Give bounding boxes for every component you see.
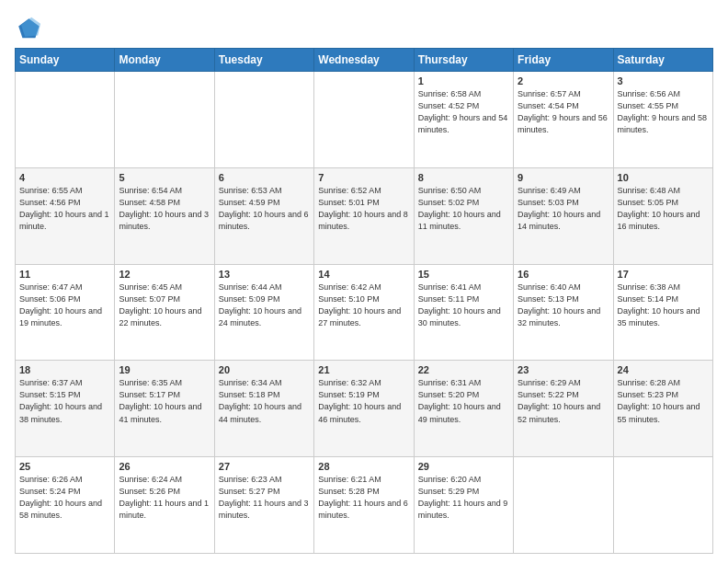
- day-info: Sunrise: 6:45 AM Sunset: 5:07 PM Dayligh…: [119, 282, 210, 329]
- calendar-cell: 10 Sunrise: 6:48 AM Sunset: 5:05 PM Dayl…: [613, 167, 712, 264]
- day-number: 11: [19, 269, 110, 280]
- day-number: 4: [19, 172, 110, 183]
- calendar-cell: 28 Sunrise: 6:21 AM Sunset: 5:28 PM Dayl…: [314, 457, 414, 554]
- calendar-week-5: 25 Sunrise: 6:26 AM Sunset: 5:24 PM Dayl…: [16, 457, 713, 554]
- calendar-cell: 29 Sunrise: 6:20 AM Sunset: 5:29 PM Dayl…: [414, 457, 513, 554]
- day-number: 13: [219, 269, 310, 280]
- calendar-cell: 19 Sunrise: 6:35 AM Sunset: 5:17 PM Dayl…: [115, 361, 214, 457]
- day-number: 5: [119, 172, 210, 183]
- calendar-cell: 8 Sunrise: 6:50 AM Sunset: 5:02 PM Dayli…: [414, 167, 513, 264]
- day-number: 26: [119, 461, 210, 472]
- day-number: 3: [618, 75, 709, 86]
- calendar-cell: [16, 72, 115, 168]
- header: [15, 15, 713, 40]
- day-number: 28: [318, 461, 409, 472]
- day-number: 10: [618, 172, 709, 183]
- day-number: 12: [119, 269, 210, 280]
- calendar-cell: 14 Sunrise: 6:42 AM Sunset: 5:10 PM Dayl…: [314, 264, 414, 361]
- calendar-week-3: 11 Sunrise: 6:47 AM Sunset: 5:06 PM Dayl…: [16, 264, 713, 361]
- calendar-body: 1 Sunrise: 6:58 AM Sunset: 4:52 PM Dayli…: [16, 72, 713, 554]
- day-info: Sunrise: 6:31 AM Sunset: 5:20 PM Dayligh…: [418, 377, 509, 425]
- weekday-header-saturday: Saturday: [613, 49, 712, 72]
- day-number: 1: [418, 75, 509, 86]
- day-info: Sunrise: 6:50 AM Sunset: 5:02 PM Dayligh…: [418, 185, 509, 233]
- day-info: Sunrise: 6:41 AM Sunset: 5:11 PM Dayligh…: [418, 282, 509, 329]
- day-info: Sunrise: 6:58 AM Sunset: 4:52 PM Dayligh…: [418, 88, 509, 136]
- calendar-cell: 26 Sunrise: 6:24 AM Sunset: 5:26 PM Dayl…: [115, 457, 214, 554]
- calendar-cell: 25 Sunrise: 6:26 AM Sunset: 5:24 PM Dayl…: [16, 457, 115, 554]
- day-info: Sunrise: 6:54 AM Sunset: 4:58 PM Dayligh…: [119, 185, 210, 233]
- day-number: 22: [418, 364, 509, 375]
- calendar-cell: [314, 72, 414, 168]
- day-number: 15: [418, 269, 509, 280]
- day-info: Sunrise: 6:29 AM Sunset: 5:22 PM Dayligh…: [518, 377, 609, 425]
- day-info: Sunrise: 6:28 AM Sunset: 5:23 PM Dayligh…: [618, 377, 709, 425]
- weekday-header-thursday: Thursday: [414, 49, 513, 72]
- calendar-header: SundayMondayTuesdayWednesdayThursdayFrid…: [16, 49, 713, 72]
- logo-icon: [15, 15, 40, 40]
- day-info: Sunrise: 6:52 AM Sunset: 5:01 PM Dayligh…: [318, 185, 409, 233]
- day-info: Sunrise: 6:35 AM Sunset: 5:17 PM Dayligh…: [119, 377, 210, 425]
- calendar-cell: [115, 72, 214, 168]
- calendar-cell: 2 Sunrise: 6:57 AM Sunset: 4:54 PM Dayli…: [514, 72, 613, 168]
- calendar-cell: 9 Sunrise: 6:49 AM Sunset: 5:03 PM Dayli…: [514, 167, 613, 264]
- calendar-cell: 13 Sunrise: 6:44 AM Sunset: 5:09 PM Dayl…: [214, 264, 313, 361]
- calendar-cell: 24 Sunrise: 6:28 AM Sunset: 5:23 PM Dayl…: [613, 361, 712, 457]
- day-number: 17: [618, 269, 709, 280]
- day-info: Sunrise: 6:57 AM Sunset: 4:54 PM Dayligh…: [518, 88, 609, 136]
- calendar-week-1: 1 Sunrise: 6:58 AM Sunset: 4:52 PM Dayli…: [16, 72, 713, 168]
- day-number: 7: [318, 172, 409, 183]
- day-info: Sunrise: 6:56 AM Sunset: 4:55 PM Dayligh…: [618, 88, 709, 136]
- calendar-cell: 11 Sunrise: 6:47 AM Sunset: 5:06 PM Dayl…: [16, 264, 115, 361]
- day-info: Sunrise: 6:40 AM Sunset: 5:13 PM Dayligh…: [518, 282, 609, 329]
- day-number: 24: [618, 364, 709, 375]
- day-info: Sunrise: 6:24 AM Sunset: 5:26 PM Dayligh…: [119, 474, 210, 522]
- logo: [15, 15, 44, 40]
- calendar-cell: 23 Sunrise: 6:29 AM Sunset: 5:22 PM Dayl…: [514, 361, 613, 457]
- calendar-cell: 22 Sunrise: 6:31 AM Sunset: 5:20 PM Dayl…: [414, 361, 513, 457]
- day-number: 9: [518, 172, 609, 183]
- day-info: Sunrise: 6:44 AM Sunset: 5:09 PM Dayligh…: [219, 282, 310, 329]
- weekday-header-friday: Friday: [514, 49, 613, 72]
- calendar-cell: 17 Sunrise: 6:38 AM Sunset: 5:14 PM Dayl…: [613, 264, 712, 361]
- day-info: Sunrise: 6:47 AM Sunset: 5:06 PM Dayligh…: [19, 282, 110, 329]
- day-info: Sunrise: 6:23 AM Sunset: 5:27 PM Dayligh…: [219, 474, 310, 522]
- day-number: 25: [19, 461, 110, 472]
- calendar-cell: 4 Sunrise: 6:55 AM Sunset: 4:56 PM Dayli…: [16, 167, 115, 264]
- day-number: 2: [518, 75, 609, 86]
- day-number: 20: [219, 364, 310, 375]
- calendar-cell: [613, 457, 712, 554]
- calendar-cell: 12 Sunrise: 6:45 AM Sunset: 5:07 PM Dayl…: [115, 264, 214, 361]
- svg-marker-1: [21, 17, 40, 37]
- day-info: Sunrise: 6:38 AM Sunset: 5:14 PM Dayligh…: [618, 282, 709, 329]
- calendar-cell: 27 Sunrise: 6:23 AM Sunset: 5:27 PM Dayl…: [214, 457, 313, 554]
- calendar-cell: 15 Sunrise: 6:41 AM Sunset: 5:11 PM Dayl…: [414, 264, 513, 361]
- calendar-table: SundayMondayTuesdayWednesdayThursdayFrid…: [15, 48, 713, 554]
- calendar-week-4: 18 Sunrise: 6:37 AM Sunset: 5:15 PM Dayl…: [16, 361, 713, 457]
- day-info: Sunrise: 6:20 AM Sunset: 5:29 PM Dayligh…: [418, 474, 509, 522]
- day-info: Sunrise: 6:55 AM Sunset: 4:56 PM Dayligh…: [19, 185, 110, 233]
- day-number: 19: [119, 364, 210, 375]
- calendar-cell: 6 Sunrise: 6:53 AM Sunset: 4:59 PM Dayli…: [214, 167, 313, 264]
- calendar-cell: [514, 457, 613, 554]
- day-number: 23: [518, 364, 609, 375]
- day-number: 14: [318, 269, 409, 280]
- day-info: Sunrise: 6:32 AM Sunset: 5:19 PM Dayligh…: [318, 377, 409, 425]
- day-number: 27: [219, 461, 310, 472]
- day-number: 6: [219, 172, 310, 183]
- weekday-header-tuesday: Tuesday: [214, 49, 313, 72]
- day-info: Sunrise: 6:42 AM Sunset: 5:10 PM Dayligh…: [318, 282, 409, 329]
- day-info: Sunrise: 6:34 AM Sunset: 5:18 PM Dayligh…: [219, 377, 310, 425]
- page: SundayMondayTuesdayWednesdayThursdayFrid…: [0, 0, 728, 563]
- day-info: Sunrise: 6:53 AM Sunset: 4:59 PM Dayligh…: [219, 185, 310, 233]
- calendar-cell: 20 Sunrise: 6:34 AM Sunset: 5:18 PM Dayl…: [214, 361, 313, 457]
- day-number: 21: [318, 364, 409, 375]
- calendar-week-2: 4 Sunrise: 6:55 AM Sunset: 4:56 PM Dayli…: [16, 167, 713, 264]
- calendar-cell: [214, 72, 313, 168]
- calendar-cell: 5 Sunrise: 6:54 AM Sunset: 4:58 PM Dayli…: [115, 167, 214, 264]
- calendar-cell: 21 Sunrise: 6:32 AM Sunset: 5:19 PM Dayl…: [314, 361, 414, 457]
- day-number: 8: [418, 172, 509, 183]
- day-info: Sunrise: 6:37 AM Sunset: 5:15 PM Dayligh…: [19, 377, 110, 425]
- day-info: Sunrise: 6:49 AM Sunset: 5:03 PM Dayligh…: [518, 185, 609, 233]
- weekday-header-wednesday: Wednesday: [314, 49, 414, 72]
